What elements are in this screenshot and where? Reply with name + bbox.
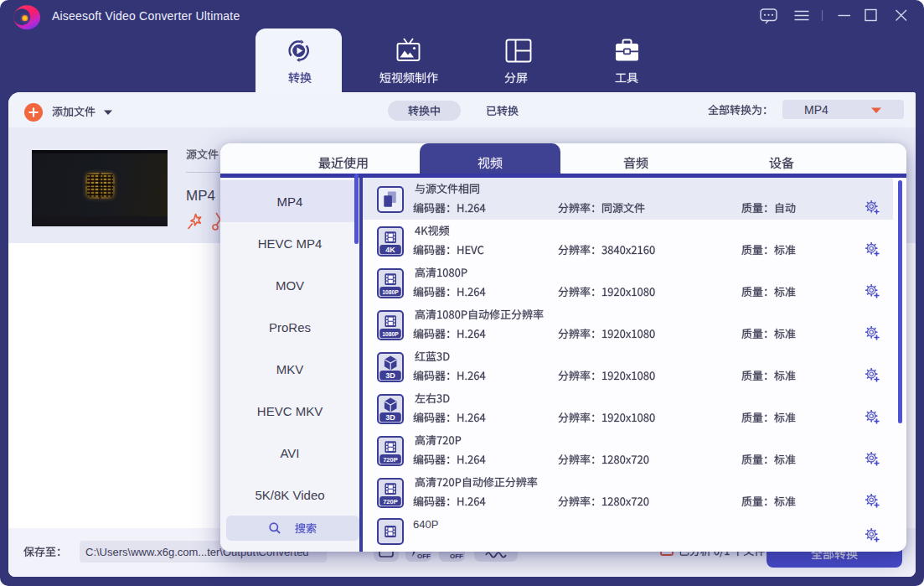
svg-text:4K: 4K <box>385 246 395 254</box>
svg-text:720P: 720P <box>383 498 398 506</box>
svg-text:3D: 3D <box>385 413 395 422</box>
svg-text:OFF: OFF <box>450 552 463 560</box>
svg-text:1080P: 1080P <box>382 289 399 295</box>
svg-text:OFF: OFF <box>417 552 431 560</box>
svg-text:720P: 720P <box>383 456 398 464</box>
svg-text:1080P: 1080P <box>382 331 399 337</box>
svg-text:3D: 3D <box>385 371 395 380</box>
